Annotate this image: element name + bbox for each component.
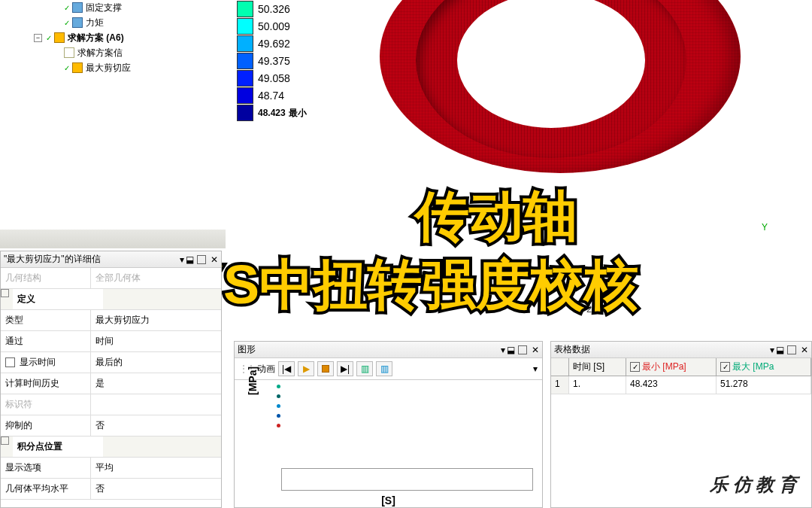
stop-button[interactable]	[317, 361, 334, 376]
mode1-button[interactable]: ▥	[356, 361, 373, 376]
chart-points	[277, 385, 280, 433]
dropdown-icon[interactable]: ▾	[533, 364, 538, 374]
prop-row-display-time[interactable]: 显示时间最后的	[1, 352, 221, 373]
pin-icon[interactable]: ⬓	[774, 345, 785, 355]
close-icon[interactable]: ✕	[532, 345, 539, 355]
color-legend: 50.326 50.009 49.692 49.375 49.058 48.74…	[237, 0, 307, 121]
y-axis-label: [MPa]	[247, 367, 259, 395]
table-row[interactable]: 1 1. 48.423 51.278	[551, 376, 811, 394]
chart-box	[281, 468, 533, 491]
chart-area[interactable]: [MPa] [S]	[235, 380, 542, 493]
prop-row-identifier[interactable]: 标识符	[1, 394, 221, 415]
table-header: 表格数据 ▾ ⬓ ✕	[551, 342, 811, 358]
folder-icon	[54, 32, 65, 43]
col-time[interactable]: 时间 [S]	[569, 358, 626, 376]
maximize-icon[interactable]	[518, 345, 527, 354]
prop-row[interactable]: 几何结构全部几何体	[1, 268, 221, 289]
section-integration[interactable]: 积分点位置	[1, 437, 221, 458]
support-icon	[72, 2, 83, 13]
maximize-icon[interactable]	[197, 255, 206, 264]
tree-item-moment[interactable]: ✓ 力矩	[4, 15, 218, 30]
tree-label: 最大剪切应	[86, 62, 131, 75]
tree-item-max-shear[interactable]: ✓ 最大剪切应	[4, 60, 218, 75]
graph-header: 图形 ▾ ⬓ ✕	[235, 342, 542, 358]
check-icon: ✓	[64, 4, 70, 12]
check-icon: ✓	[64, 64, 70, 72]
tree-label: 固定支撑	[86, 2, 122, 14]
ring-inner	[416, 0, 686, 158]
pin-icon[interactable]: ⬓	[505, 345, 516, 355]
close-icon[interactable]: ✕	[211, 254, 218, 265]
page-icon	[64, 47, 74, 58]
grid-header: 时间 [S] ✓最小 [MPa] ✓最大 [MPa	[551, 358, 811, 376]
prop-row-geom-avg[interactable]: 几何体平均水平否	[1, 479, 221, 500]
details-header: "最大剪切应力"的详细信 ▾ ⬓ ✕	[1, 251, 221, 268]
tree-label: 力矩	[86, 17, 104, 29]
watermark: 乐 仿 教 育	[710, 473, 797, 497]
graph-panel: 图形 ▾ ⬓ ✕ ⋮⋮ 动画 |◀ ▶ ▶| ▥ ▥ ▾ [MPa] [S]	[234, 341, 543, 508]
col-min[interactable]: ✓最小 [MPa]	[626, 358, 717, 376]
tree-item-solution[interactable]: − ✓ 求解方案 (A6)	[4, 30, 218, 45]
col-max[interactable]: ✓最大 [MPa	[717, 358, 811, 376]
prop-row-type[interactable]: 类型最大剪切应力	[1, 310, 221, 331]
prop-row-display-option[interactable]: 显示选项平均	[1, 458, 221, 479]
play-button[interactable]: ▶	[298, 361, 314, 376]
prop-row-calc-history[interactable]: 计算时间历史是	[1, 373, 221, 394]
tree-label: 求解方案信	[77, 47, 123, 59]
section-definition[interactable]: 定义	[1, 289, 221, 310]
collapse-icon[interactable]: −	[34, 34, 42, 42]
maximize-icon[interactable]	[787, 345, 796, 354]
animation-toolbar: ⋮⋮ 动画 |◀ ▶ ▶| ▥ ▥ ▾	[235, 358, 542, 380]
ring-outer	[380, 0, 741, 173]
mode2-button[interactable]: ▥	[376, 361, 392, 376]
next-button[interactable]: ▶|	[337, 361, 353, 376]
close-icon[interactable]: ✕	[801, 345, 808, 355]
animation-label: 动画	[257, 363, 275, 376]
pin-icon[interactable]: ⬓	[184, 254, 195, 265]
prop-row-suppressed[interactable]: 抑制的否	[1, 415, 221, 437]
prop-row-by[interactable]: 通过时间	[1, 331, 221, 352]
tree-item-solution-info[interactable]: 求解方案信	[4, 45, 218, 60]
tree-item-fixed-support[interactable]: ✓ 固定支撑	[4, 0, 218, 15]
check-icon: ✓	[46, 34, 52, 42]
prev-button[interactable]: |◀	[278, 361, 295, 376]
details-panel: "最大剪切应力"的详细信 ▾ ⬓ ✕ 几何结构全部几何体 定义 类型最大剪切应力…	[0, 251, 222, 508]
result-icon	[72, 62, 83, 73]
x-axis-label: [S]	[244, 494, 533, 506]
ring-hole	[457, 0, 645, 128]
tree-label: 求解方案 (A6)	[68, 32, 124, 44]
check-icon: ✓	[64, 19, 70, 27]
model-tree: ✓ 固定支撑 ✓ 力矩 − ✓ 求解方案 (A6) 求解方案信 ✓ 最大剪切应	[4, 0, 218, 75]
moment-icon	[72, 17, 83, 28]
